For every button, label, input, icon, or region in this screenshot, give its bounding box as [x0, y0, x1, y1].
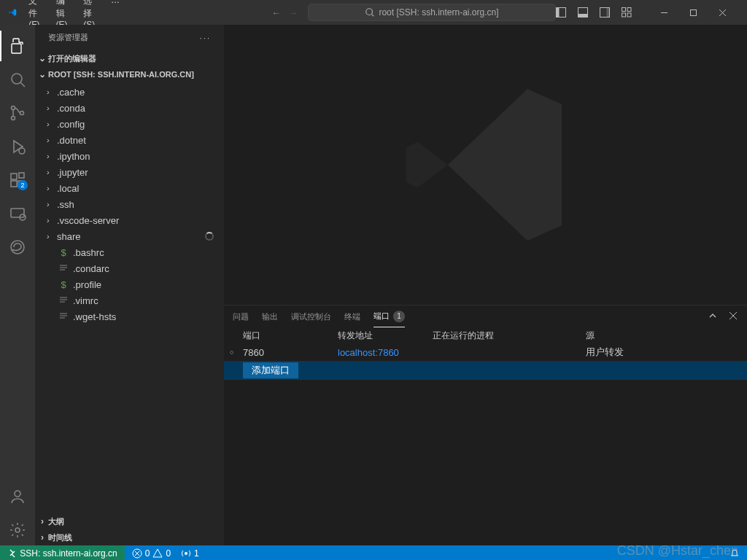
command-center-text: root [SSH: ssh.intern-ai.org.cn] — [379, 7, 498, 18]
section-timeline[interactable]: ›时间线 — [35, 529, 224, 545]
svg-point-21 — [20, 112, 24, 115]
folder-item[interactable]: ›.vscode-server — [35, 212, 224, 228]
error-icon — [132, 548, 142, 559]
folder-item[interactable]: ›.cache — [35, 84, 224, 100]
svg-rect-24 — [11, 174, 17, 179]
tab-debug-console[interactable]: 调试控制台 — [291, 306, 331, 327]
file-item[interactable]: $.profile — [35, 276, 224, 292]
activity-search-icon[interactable] — [0, 64, 35, 95]
add-port-button[interactable]: 添加端口 — [243, 362, 298, 378]
svg-marker-22 — [14, 141, 23, 152]
nav-back-icon[interactable]: ← — [271, 7, 281, 18]
svg-rect-7 — [607, 8, 610, 18]
vscode-watermark-icon — [391, 70, 581, 260]
svg-point-32 — [15, 528, 20, 532]
layout-right-icon[interactable] — [600, 7, 610, 18]
loading-spinner-icon — [205, 232, 214, 241]
chevron-right-icon: › — [47, 104, 57, 112]
customize-layout-icon[interactable] — [622, 7, 632, 18]
svg-rect-11 — [627, 13, 631, 17]
tab-output[interactable]: 输出 — [262, 306, 278, 327]
port-row[interactable]: ○7860localhost:7860用户转发 — [224, 343, 747, 361]
panel-maximize-icon[interactable] — [708, 311, 718, 322]
search-icon — [365, 7, 375, 18]
svg-point-23 — [19, 148, 25, 154]
status-bell[interactable] — [729, 548, 740, 559]
add-port-row[interactable]: 添加端口 — [224, 361, 747, 380]
file-item[interactable]: .wget-hsts — [35, 308, 224, 324]
status-remote[interactable]: SSH: ssh.intern-ai.org.cn — [0, 545, 125, 560]
activity-explorer-icon[interactable] — [0, 31, 35, 61]
svg-rect-16 — [12, 44, 21, 53]
status-problems[interactable]: 0 0 — [132, 548, 171, 559]
file-item[interactable]: .vimrc — [35, 292, 224, 308]
svg-rect-5 — [578, 14, 588, 18]
activity-account-icon[interactable] — [0, 481, 35, 512]
ports-header: 端口 转发地址 正在运行的进程 源 — [224, 327, 747, 343]
folder-item[interactable]: ›.jupyter — [35, 164, 224, 180]
panel-close-icon[interactable] — [728, 311, 738, 322]
tab-problems[interactable]: 问题 — [233, 306, 249, 327]
chevron-right-icon: › — [47, 168, 57, 176]
extensions-badge: 2 — [18, 180, 28, 190]
nav-forward-icon[interactable]: → — [288, 7, 298, 18]
section-open-editors[interactable]: ⌄打开的编辑器 — [35, 50, 224, 66]
svg-point-19 — [12, 106, 15, 110]
ports-table: 端口 转发地址 正在运行的进程 源 ○7860localhost:7860用户转… — [224, 327, 747, 545]
chevron-right-icon: › — [47, 232, 57, 241]
layout-left-icon[interactable] — [556, 7, 566, 18]
folder-item[interactable]: ›.config — [35, 116, 224, 132]
tab-ports[interactable]: 端口1 — [374, 306, 405, 327]
file-tree: ›.cache›.conda›.config›.dotnet›.ipython›… — [35, 82, 224, 324]
port-status-icon: ○ — [230, 349, 243, 356]
explorer-title: 资源管理器 ··· — [35, 25, 224, 50]
explorer-sidebar: 资源管理器 ··· ⌄打开的编辑器 ⌄ROOT [SSH: SSH.INTERN… — [35, 25, 224, 545]
section-root[interactable]: ⌄ROOT [SSH: SSH.INTERN-AI.ORG.CN] — [35, 66, 224, 82]
activity-edge-icon[interactable] — [0, 232, 35, 262]
text-file-icon — [57, 296, 70, 305]
activity-settings-icon[interactable] — [0, 515, 35, 545]
text-file-icon — [57, 312, 70, 321]
svg-rect-9 — [627, 8, 631, 12]
folder-item[interactable]: ›.ssh — [35, 196, 224, 212]
folder-item[interactable]: ›.ipython — [35, 148, 224, 164]
folder-item[interactable]: ›.local — [35, 180, 224, 196]
shell-file-icon: $ — [57, 279, 70, 290]
folder-item[interactable]: ›.dotnet — [35, 132, 224, 148]
svg-point-17 — [12, 74, 22, 84]
svg-rect-28 — [11, 209, 24, 217]
nav-arrows: ← → — [271, 7, 298, 18]
editor-area: 问题 输出 调试控制台 终端 端口1 端口 转发地址 正在运行的进程 源 ○78… — [224, 25, 747, 545]
text-file-icon — [57, 264, 70, 273]
activity-scm-icon[interactable] — [0, 98, 35, 128]
file-item[interactable]: $.bashrc — [35, 244, 224, 260]
tab-terminal[interactable]: 终端 — [344, 306, 360, 327]
svg-point-20 — [12, 117, 15, 120]
folder-item[interactable]: ›share — [35, 228, 224, 244]
shell-file-icon: $ — [57, 247, 70, 258]
activity-remote-icon[interactable] — [0, 198, 35, 229]
window-maximize[interactable] — [678, 1, 708, 23]
svg-line-18 — [20, 82, 25, 87]
status-ports[interactable]: 1 — [181, 548, 199, 559]
file-item[interactable]: .condarc — [35, 260, 224, 276]
layout-bottom-icon[interactable] — [578, 7, 588, 18]
svg-rect-8 — [622, 8, 626, 12]
section-outline[interactable]: ›大纲 — [35, 513, 224, 529]
activity-debug-icon[interactable] — [0, 131, 35, 162]
activity-extensions-icon[interactable]: 2 — [0, 165, 35, 195]
window-minimize[interactable] — [649, 1, 678, 23]
chevron-right-icon: › — [47, 120, 57, 128]
warning-icon — [152, 548, 163, 559]
window-close[interactable] — [708, 1, 737, 23]
status-bar: SSH: ssh.intern-ai.org.cn 0 0 1 — [0, 545, 747, 560]
svg-rect-10 — [622, 13, 626, 17]
ports-badge: 1 — [393, 311, 405, 322]
command-center[interactable]: root [SSH: ssh.intern-ai.org.cn] — [308, 4, 556, 21]
titlebar-right — [556, 1, 741, 23]
forwarded-address-link[interactable]: localhost:7860 — [338, 347, 399, 358]
folder-item[interactable]: ›.conda — [35, 100, 224, 116]
title-bar: 文件(F) 编辑(E) 选择(S) … ← → root [SSH: ssh.i… — [0, 0, 747, 25]
chevron-right-icon: › — [47, 152, 57, 160]
explorer-more-icon[interactable]: ··· — [200, 34, 211, 42]
